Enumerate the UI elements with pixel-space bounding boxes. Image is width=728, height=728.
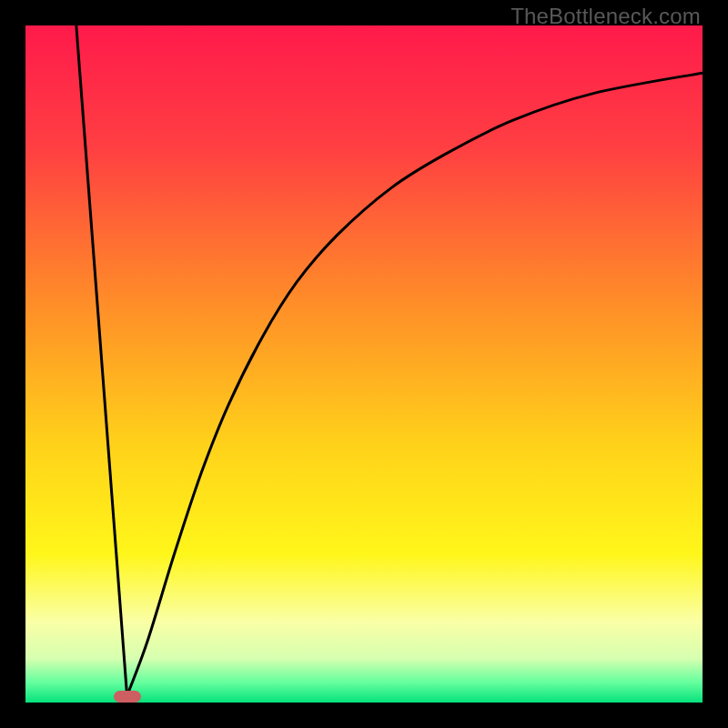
chart-frame: TheBottleneck.com bbox=[0, 0, 728, 728]
vertex-marker bbox=[114, 691, 141, 703]
right-branch-curve bbox=[127, 73, 703, 696]
curve-layer bbox=[25, 25, 703, 703]
watermark-text: TheBottleneck.com bbox=[511, 4, 701, 29]
left-branch-line bbox=[76, 25, 127, 696]
plot-area bbox=[25, 25, 703, 703]
